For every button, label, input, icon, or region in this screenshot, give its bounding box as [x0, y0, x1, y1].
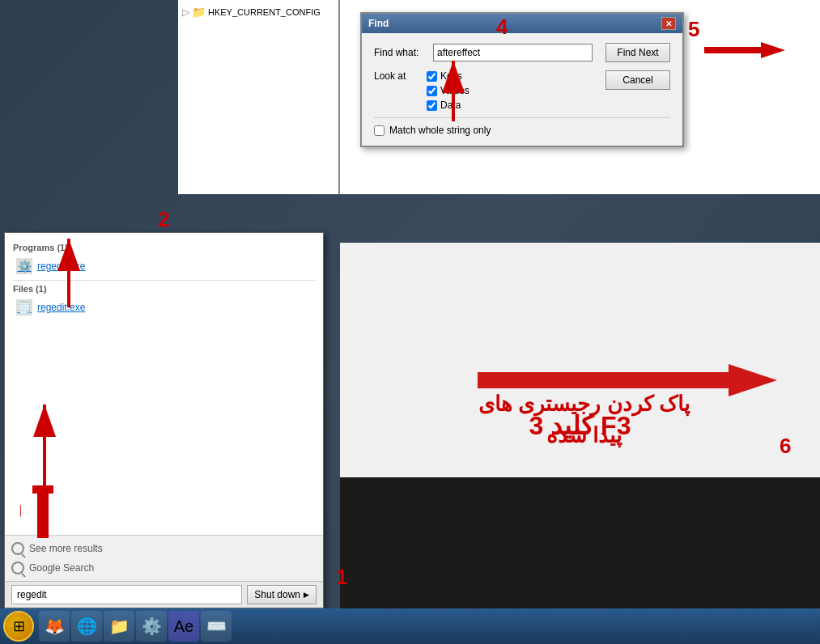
google-search[interactable]: Google Search — [11, 560, 317, 576]
taskbar-chrome-icon[interactable]: 🌐 — [71, 611, 102, 642]
regedit-tree: ▷ 📁 HKEY_CURRENT_CONFIG — [178, 0, 340, 194]
match-row: Match whole string only — [374, 117, 670, 136]
shutdown-button[interactable]: Shut down ▶ — [247, 585, 317, 604]
tree-expand-icon: ▷ — [182, 6, 189, 18]
taskbar-folder-icon[interactable]: 📁 — [104, 611, 134, 642]
file-item-label: regedit.exe — [37, 302, 85, 313]
keys-label: Keys — [440, 70, 462, 82]
taskbar-keyboard-icon[interactable]: ⌨️ — [201, 611, 232, 642]
keys-checkbox[interactable] — [427, 71, 437, 82]
match-whole-checkbox[interactable] — [374, 125, 385, 136]
program-icon: ⚙️ — [16, 258, 32, 274]
find-dialog-titlebar: Find ✕ — [362, 14, 682, 33]
find-dialog-title: Find — [368, 18, 389, 29]
start-menu[interactable]: Programs (1) ⚙️ regedit.exe Files (1) 🗒️… — [4, 232, 324, 608]
find-dialog[interactable]: Find ✕ Find what: Find Next Look at Keys… — [360, 12, 684, 147]
cancel-button[interactable]: Cancel — [605, 70, 670, 90]
program-item-label: regedit.exe — [37, 261, 85, 272]
hkey-node: ▷ 📁 HKEY_CURRENT_CONFIG — [182, 4, 334, 20]
start-search-row: Shut down ▶ — [5, 581, 323, 608]
f3-text: F3 کلید 3 — [529, 410, 631, 441]
start-search-input[interactable] — [11, 585, 242, 604]
keys-checkbox-item: Keys — [427, 70, 596, 82]
find-what-row: Find what: Find Next — [374, 43, 670, 62]
empty-space — [13, 318, 315, 528]
checkboxes-area: Keys Values Data — [427, 70, 596, 111]
programs-header: Programs (1) — [13, 243, 315, 252]
find-what-label: Find what: — [374, 47, 427, 58]
google-search-label: Google Search — [29, 562, 94, 574]
values-checkbox[interactable] — [427, 86, 437, 96]
data-label: Data — [440, 100, 461, 111]
taskbar: ⊞ 🦊 🌐 📁 ⚙️ Ae ⌨️ — [0, 608, 820, 644]
file-item-regedit[interactable]: 🗒️ regedit.exe — [13, 297, 315, 318]
program-item-regedit[interactable]: ⚙️ regedit.exe — [13, 256, 315, 277]
search-icon-2 — [11, 561, 24, 574]
taskbar-ae-icon[interactable]: Ae — [168, 611, 199, 642]
taskbar-app1-icon[interactable]: ⚙️ — [136, 611, 167, 642]
see-more-results[interactable]: See more results — [11, 540, 317, 557]
checkboxes: Keys Values Data — [427, 70, 596, 111]
find-next-button[interactable]: Find Next — [605, 43, 670, 62]
taskbar-firefox-icon[interactable]: 🦊 — [39, 611, 70, 642]
find-what-input[interactable] — [433, 44, 593, 61]
hkey-label: HKEY_CURRENT_CONFIG — [208, 7, 321, 17]
values-label: Values — [440, 85, 469, 96]
start-menu-bottom: See more results Google Search — [5, 535, 323, 581]
close-button[interactable]: ✕ — [661, 17, 676, 30]
black-area — [340, 477, 820, 608]
see-more-label: See more results — [29, 543, 103, 554]
data-checkbox[interactable] — [427, 100, 437, 111]
shutdown-label: Shut down — [254, 589, 300, 600]
look-at-label: Look at — [374, 70, 427, 82]
dialog-buttons: Cancel — [599, 70, 670, 90]
folder-icon: 📁 — [192, 6, 206, 19]
file-icon: 🗒️ — [16, 299, 32, 316]
data-checkbox-item: Data — [427, 100, 596, 111]
look-at-row: Look at Keys Values Data — [374, 70, 670, 111]
find-dialog-body: Find what: Find Next Look at Keys Values — [362, 33, 682, 146]
divider-1 — [13, 280, 315, 281]
start-menu-body: Programs (1) ⚙️ regedit.exe Files (1) 🗒️… — [5, 233, 323, 535]
files-header: Files (1) — [13, 284, 315, 294]
shutdown-arrow-icon: ▶ — [304, 591, 309, 599]
search-icon-1 — [11, 542, 24, 555]
match-whole-label: Match whole string only — [389, 125, 491, 136]
start-button[interactable]: ⊞ — [3, 611, 34, 642]
windows-logo-icon: ⊞ — [13, 617, 25, 635]
values-checkbox-item: Values — [427, 85, 596, 96]
